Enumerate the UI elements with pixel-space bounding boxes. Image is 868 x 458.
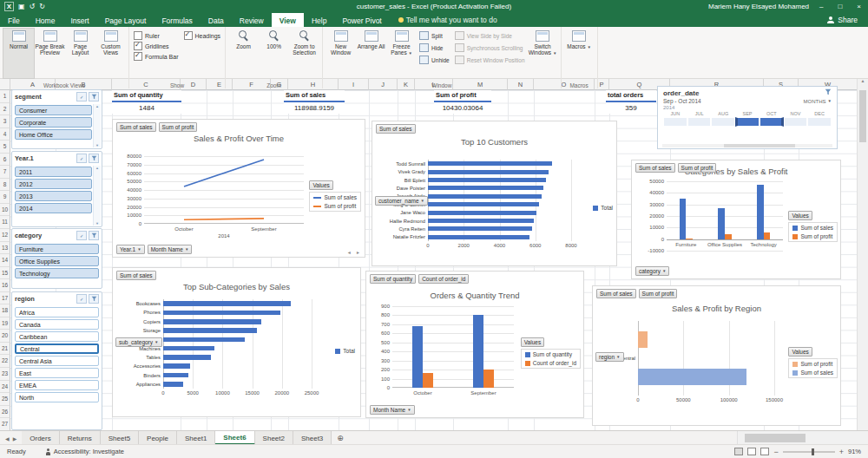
- minimize-button[interactable]: –: [815, 0, 827, 13]
- sheet-tab-returns[interactable]: Returns: [60, 431, 101, 445]
- pivot-field-button[interactable]: Sum of sales: [116, 271, 156, 280]
- row-headers[interactable]: 1234567891011121314151617181920212223242…: [0, 90, 10, 431]
- ribbon-tab-data[interactable]: Data: [201, 13, 232, 27]
- save-icon[interactable]: ▣: [18, 0, 25, 13]
- slicer-item-africa[interactable]: Africa: [15, 307, 99, 317]
- slicer-item-2013[interactable]: 2013: [15, 191, 92, 201]
- legend-values-button[interactable]: Values: [521, 337, 544, 347]
- pivot-field-button[interactable]: Sum of sales: [116, 122, 156, 132]
- freeze-panes-button[interactable]: Freeze Panes ▼: [386, 28, 417, 79]
- pivot-value-sum-of-profit[interactable]: Sum of profit10430.03064: [434, 90, 491, 114]
- legend-values-button[interactable]: Values: [788, 347, 812, 357]
- ribbon-tab-formulas[interactable]: Formulas: [154, 13, 200, 27]
- slicer-item-central[interactable]: Central: [15, 344, 99, 354]
- row-header-5[interactable]: 5: [0, 141, 10, 154]
- page-layout-view-icon[interactable]: [747, 448, 756, 455]
- ribbon-tab-power-pivot[interactable]: Power Pivot: [334, 13, 389, 27]
- timeline-scrollbar[interactable]: [662, 144, 832, 147]
- page-break-preview-button[interactable]: Page Break Preview: [35, 28, 65, 79]
- slicer-item-furniture[interactable]: Furniture: [15, 244, 99, 254]
- formula-bar-checkbox[interactable]: Formula Bar: [134, 52, 179, 61]
- sheet-tab-sheet1[interactable]: Sheet1: [177, 431, 215, 445]
- timeline-month-oct[interactable]: OCT: [760, 111, 784, 127]
- zoom-percentage[interactable]: 91%: [848, 448, 861, 455]
- sheet-tab-people[interactable]: People: [139, 431, 177, 445]
- chart-sales-profit-over-time[interactable]: Sum of salesSum of profitYear.1▼Month Na…: [112, 119, 365, 258]
- timeline-month-aug[interactable]: AUG: [711, 111, 735, 127]
- legend-values-button[interactable]: Values: [309, 180, 332, 190]
- axis-field-button[interactable]: region▼: [595, 352, 624, 362]
- timeline-month-cell[interactable]: [687, 117, 712, 127]
- unhide-button[interactable]: Unhide: [419, 56, 450, 64]
- arrange-all-button[interactable]: Arrange All: [356, 28, 386, 79]
- slicer-item-2014[interactable]: 2014: [15, 203, 92, 213]
- slicer-item-2012[interactable]: 2012: [15, 179, 92, 189]
- slicer-item-caribbean[interactable]: Caribbean: [15, 331, 99, 342]
- sheet-tab-sheet5[interactable]: Sheet5: [101, 431, 139, 445]
- row-header-20[interactable]: 20: [0, 330, 10, 343]
- zoom-button[interactable]: Zoom: [228, 28, 259, 79]
- filter-icon[interactable]: [825, 88, 832, 97]
- pivot-field-button[interactable]: Sum of quantity: [370, 274, 416, 284]
- timeline-month-sep[interactable]: SEP: [735, 111, 760, 127]
- chart-legend[interactable]: Total: [593, 205, 613, 211]
- row-header-14[interactable]: 14: [0, 254, 10, 267]
- chart-nav-arrows[interactable]: ◄ ►: [347, 250, 362, 255]
- switch-windows-button[interactable]: Switch Windows ▼: [528, 28, 558, 79]
- row-header-12[interactable]: 12: [0, 229, 10, 242]
- slicer-item-east[interactable]: East: [15, 368, 99, 378]
- axis-field-button[interactable]: customer_name▼: [375, 196, 428, 206]
- row-header-9[interactable]: 9: [0, 191, 10, 204]
- row-header-10[interactable]: 10: [0, 204, 10, 217]
- chart-sales-profit-by-region[interactable]: Sum of salesSum of profitregion▼Sales & …: [592, 285, 841, 426]
- clear-filter-icon[interactable]: [89, 231, 99, 240]
- gridlines-checkbox[interactable]: Gridlines: [134, 42, 179, 50]
- timeline-month-cell[interactable]: [711, 117, 735, 127]
- share-button[interactable]: Share: [827, 13, 858, 27]
- row-header-26[interactable]: 26: [0, 406, 10, 419]
- vertical-scrollbar[interactable]: ▲: [857, 78, 868, 431]
- timeline-month-jul[interactable]: JUL: [687, 111, 712, 127]
- ribbon-tab-home[interactable]: Home: [28, 13, 63, 27]
- slicer-item-2011[interactable]: 2011: [15, 167, 92, 177]
- timeline-month-cell[interactable]: [663, 117, 687, 127]
- ribbon-tab-file[interactable]: File: [0, 13, 28, 27]
- slicer-scrollbar[interactable]: ▲▼: [93, 104, 101, 147]
- chart-top-10-customers[interactable]: Sum of salescustomer_name▼Top 10 Custome…: [372, 121, 617, 266]
- zoom-100-button[interactable]: 100%: [259, 28, 289, 79]
- row-header-15[interactable]: 15: [0, 267, 10, 280]
- slicer-region[interactable]: region✓AfricaCanadaCaribbeanCentralCentr…: [11, 291, 102, 430]
- pivot-field-button[interactable]: Sum of profit: [678, 163, 717, 173]
- row-header-1[interactable]: 1: [0, 90, 10, 103]
- ribbon-tab-review[interactable]: Review: [232, 13, 272, 27]
- redo-icon[interactable]: ↻: [39, 0, 45, 13]
- row-header-13[interactable]: 13: [0, 242, 10, 255]
- pivot-field-button[interactable]: Month Name▼: [370, 405, 415, 415]
- pivot-field-button[interactable]: Sum of profit: [159, 122, 198, 132]
- row-header-24[interactable]: 24: [0, 381, 10, 394]
- row-header-23[interactable]: 23: [0, 368, 10, 381]
- slicer-category[interactable]: category✓FurnitureOffice SuppliesTechnol…: [11, 228, 102, 289]
- row-header-19[interactable]: 19: [0, 317, 10, 330]
- timeline-period-dropdown[interactable]: MONTHS ▼: [804, 99, 832, 104]
- tab-scroll-left-icon[interactable]: ◀: [5, 435, 10, 442]
- row-header-21[interactable]: 21: [0, 343, 10, 356]
- slicer-item-north[interactable]: North: [15, 392, 99, 402]
- view-side-by-side-button[interactable]: View Side by Side: [455, 31, 525, 40]
- undo-icon[interactable]: ↺: [30, 0, 36, 13]
- chart-orders-quantity-trend[interactable]: Sum of quantityCount of order_idMonth Na…: [365, 271, 584, 418]
- clear-filter-icon[interactable]: [89, 294, 99, 304]
- excel-logo-icon[interactable]: X: [4, 2, 14, 11]
- zoom-slider[interactable]: [783, 451, 835, 453]
- pivot-field-button[interactable]: Sum of sales: [376, 124, 416, 134]
- zoom-slider-thumb[interactable]: [812, 448, 814, 455]
- ribbon-tab-help[interactable]: Help: [304, 13, 334, 27]
- slicer-item-consumer[interactable]: Consumer: [15, 105, 92, 115]
- timeline-month-cell[interactable]: [807, 117, 832, 127]
- headings-checkbox[interactable]: Headings: [184, 31, 221, 40]
- chart-legend[interactable]: ValuesSum of profitSum of sales: [788, 347, 838, 378]
- pivot-value-sum-of-sales[interactable]: Sum of sales118988.9159: [284, 90, 345, 114]
- multi-select-icon[interactable]: ✓: [76, 154, 87, 163]
- timeline-month-nov[interactable]: NOV: [784, 111, 808, 127]
- slicer-year-1[interactable]: Year.1✓2011201220132014▲▼: [11, 151, 102, 227]
